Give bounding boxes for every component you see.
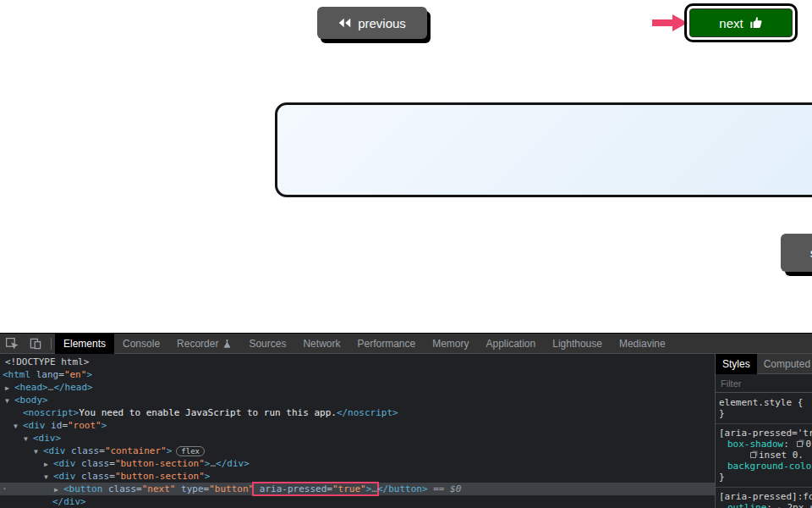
expand-arrow-icon[interactable]: ▶	[44, 458, 53, 471]
css-token: :	[783, 439, 794, 450]
dom-token: "root"	[68, 420, 102, 431]
devtools-tab-sources[interactable]: Sources	[240, 334, 294, 354]
send-button[interactable]: send	[781, 234, 812, 272]
dom-tree-row[interactable]: ▶<button class="next" type="button" aria…	[0, 483, 715, 495]
devtools-tab-performance[interactable]: Performance	[348, 334, 424, 354]
dom-token: class	[102, 483, 136, 494]
expand-arrow-icon[interactable]: ▼	[44, 471, 53, 483]
dom-tree-row[interactable]: ▼<div class="button-section">	[0, 470, 715, 483]
css-token: outline	[727, 502, 766, 508]
dom-token: =	[62, 420, 68, 431]
dom-tree-row[interactable]: <!DOCTYPE html>	[0, 356, 715, 368]
css-token: :	[766, 502, 777, 508]
tab-label: Network	[303, 338, 340, 350]
style-rule-line[interactable]: outline: ▸ 2px s	[716, 502, 812, 508]
css-token: }	[719, 408, 725, 419]
style-rule-line[interactable]: inset 0.	[716, 450, 812, 461]
style-rule-line[interactable]: }	[716, 472, 812, 483]
style-rule-line[interactable]: background-colo	[716, 461, 812, 472]
devtools-toolbar: ElementsConsoleRecorderSourcesNetworkPer…	[0, 334, 812, 354]
expand-value-icon[interactable]: ▸	[778, 504, 787, 508]
device-toolbar-icon[interactable]	[29, 337, 42, 351]
dom-token: "container"	[105, 445, 167, 456]
app-page: previous next send	[0, 0, 812, 333]
previous-button-label: previous	[358, 16, 406, 30]
css-token: [aria-pressed]:foc	[719, 491, 812, 502]
sidebar-tab-computed[interactable]: Computed	[757, 354, 812, 374]
devtools-tab-elements[interactable]: Elements	[55, 334, 114, 354]
message-container: send	[275, 102, 812, 197]
dom-token: class	[66, 445, 100, 456]
devtools-tab-application[interactable]: Application	[478, 334, 545, 354]
css-token: 2px s	[787, 502, 812, 508]
expand-arrow-icon[interactable]: ▼	[14, 420, 23, 433]
style-rule-line[interactable]: }	[716, 408, 812, 419]
inspect-element-icon[interactable]	[5, 337, 19, 351]
expand-arrow-icon[interactable]: ▶	[5, 382, 14, 395]
previous-button[interactable]: previous	[317, 7, 427, 39]
tab-label: Lighthouse	[552, 338, 602, 350]
devtools-tab-recorder[interactable]: Recorder	[168, 334, 240, 354]
devtools-tab-lighthouse[interactable]: Lighthouse	[544, 334, 611, 354]
style-rule-line[interactable]: box-shadow: 0	[716, 439, 812, 450]
dom-tree-row[interactable]: ▼<div id="root">	[0, 419, 715, 432]
dom-token: </head>	[53, 382, 92, 393]
dom-token: "button"	[209, 483, 254, 494]
styles-filter-row	[716, 374, 812, 393]
expand-arrow-icon[interactable]: ▼	[5, 395, 14, 407]
flex-badge[interactable]: flex	[176, 446, 205, 456]
dom-token: >	[167, 445, 173, 456]
css-token: {	[792, 397, 803, 408]
dom-token: …	[371, 483, 377, 494]
css-token: box-shadow	[727, 439, 783, 450]
dom-tree-row[interactable]: </div>	[0, 495, 715, 508]
devtools-tab-console[interactable]: Console	[114, 334, 168, 354]
shadow-editor-icon[interactable]	[797, 441, 803, 447]
dom-tree-row[interactable]: ▼<div class="container">flex	[0, 444, 715, 457]
dom-tree-row[interactable]: <noscript>You need to enable JavaScript …	[0, 406, 715, 419]
section-divider	[716, 423, 812, 424]
dom-token: <noscript>	[23, 407, 79, 418]
shadow-editor-icon[interactable]	[750, 452, 756, 458]
search-highlight-box: aria-pressed="true">…	[254, 483, 377, 494]
tab-label: Recorder	[177, 338, 218, 350]
css-token: 0	[805, 439, 811, 450]
dom-token: You need to enable JavaScript to run thi…	[79, 407, 337, 418]
tab-label: Application	[486, 338, 536, 350]
dom-tree-row[interactable]: ▼<body>	[0, 394, 715, 406]
css-token: [aria-pressed='tru	[719, 428, 812, 439]
sidebar-tab-styles[interactable]: Styles	[716, 354, 757, 374]
dom-tree-row[interactable]: ▶<head>…</head>	[0, 381, 715, 394]
dom-tree-row[interactable]: ▼<div>	[0, 432, 715, 444]
dom-token: class	[76, 471, 110, 482]
dom-token: <!DOCTYPE html>	[5, 356, 89, 367]
styles-filter-input[interactable]	[716, 378, 800, 389]
dom-tree-row[interactable]: <html lang="en">	[0, 368, 715, 381]
dom-tree-row[interactable]: ▶<div class="button-section">…</div>	[0, 457, 715, 470]
css-token: inset 0.	[759, 450, 804, 461]
toolbar-divider	[51, 338, 52, 350]
dom-token: <div	[43, 445, 66, 456]
dom-token: >	[102, 420, 107, 431]
devtools-tab-network[interactable]: Network	[294, 334, 348, 354]
dom-tree: <!DOCTYPE html><html lang="en">▶<head>…<…	[0, 354, 715, 508]
dom-token: </div>	[52, 496, 86, 507]
dom-token: <button	[63, 483, 102, 494]
style-rule-line[interactable]: element.style {	[716, 397, 812, 408]
expand-arrow-icon[interactable]: ▶	[54, 483, 63, 496]
dom-token: <div	[23, 420, 46, 431]
devtools-tab-mediavine[interactable]: Mediavine	[611, 334, 674, 354]
dom-token: type	[175, 483, 203, 494]
dom-token: aria-pressed	[254, 483, 326, 494]
expand-arrow-icon[interactable]: ▼	[34, 445, 43, 458]
next-button[interactable]: next	[689, 8, 793, 37]
style-rule-line[interactable]: [aria-pressed]:foc	[716, 491, 812, 502]
tab-label: Console	[123, 338, 160, 350]
dom-token: =	[109, 458, 115, 469]
annotation-arrow-icon	[652, 14, 688, 31]
devtools-tab-memory[interactable]: Memory	[424, 334, 477, 354]
devtools-main: <!DOCTYPE html><html lang="en">▶<head>…<…	[0, 354, 812, 508]
style-rule-line[interactable]: [aria-pressed='tru	[716, 428, 812, 439]
expand-arrow-icon[interactable]: ▼	[24, 433, 33, 445]
dom-token: id	[46, 420, 63, 431]
